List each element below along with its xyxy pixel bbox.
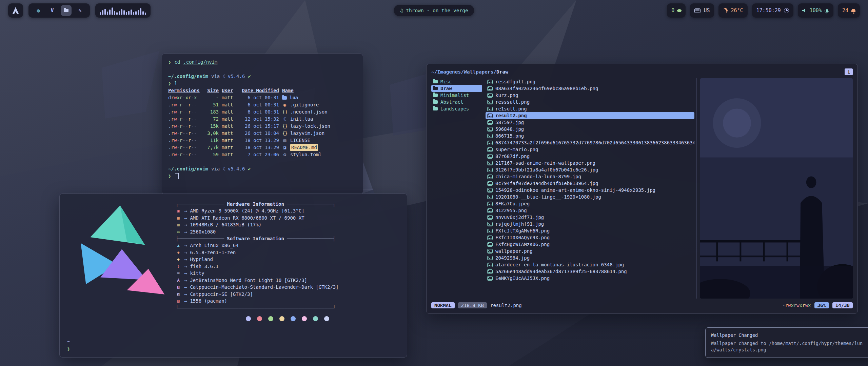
file-item[interactable]: result2.png [486,112,694,119]
volume-module[interactable]: 100% [798,3,833,18]
directory-item[interactable]: Draw [431,85,482,92]
file-item[interactable]: resssult.png [486,99,694,105]
directory-item[interactable]: Landscapes [431,105,482,112]
file-size: 59 [204,151,219,158]
file-name: .gitignore [290,101,319,108]
image-icon [487,147,493,152]
position-badge: 14/38 [832,302,853,308]
file-item[interactable]: 87r687df.png [486,153,694,160]
workspace-button[interactable] [75,5,85,16]
wm-icon [176,256,181,263]
command-arg: .config/nvim [183,59,217,66]
media-module[interactable]: thrown - on the verge [394,5,474,16]
info-row: fish 3.6.1 [176,263,399,270]
file-item[interactable]: 68747470733a2f2f696d616765732d7769786d70… [486,139,694,146]
file-date: 26 oct 10:04 [240,130,279,137]
file-item[interactable]: re1sult.png [486,105,694,112]
file-item[interactable]: chica-mirando-la-luna-8799.jpg [486,173,694,180]
terminal-window[interactable]: ❯ cd .config/nvim ~/.config/nvim via ☾ v… [162,54,363,195]
notifications-module[interactable]: 24 [838,3,860,18]
file-item[interactable]: 20492984.jpg [486,255,694,261]
image-icon [487,276,493,281]
image-icon [487,256,493,260]
file-permissions: .rw-r--r-- [168,130,201,137]
file-item[interactable]: 3122955.png [486,207,694,214]
image-icon [487,236,493,240]
file-item[interactable]: 0c794faf07de24a4db4d4fb1eb813964.jpg [486,180,694,187]
file-item[interactable]: 08a634fa02a32364f69ebc86a98eb1eb.png [486,85,694,92]
software-rows: Arch Linux x86_64 6.5.8-zen1-1-zen Hyprl… [176,242,399,305]
prompt-line[interactable]: ❯ [168,172,357,180]
file-name: atardecer-en-la-montanas-ilustracion-634… [495,262,624,267]
file-item[interactable]: FXfcHgcWIAMzs0G.png [486,241,694,248]
file-item[interactable]: 19201080-__blue-tinge__-1920×1080.jpg [486,194,694,200]
file-item[interactable]: 5a266e448add93deab367d87173e9f25-6837886… [486,268,694,275]
cwd: ~/.config/nvim [168,165,208,172]
file-item[interactable]: 587597.jpg [486,119,694,126]
file-name: 0c794faf07de24a4db4d4fb1eb813964.jpg [495,181,598,186]
info-row: 10948MiB / 64183MiB (17%) [176,221,399,228]
tab-badge[interactable]: 1 [845,68,853,75]
file-permissions: .rw-r--r-- [168,123,201,130]
file-date: 6 oct 00:31 [240,108,279,116]
directory-item[interactable]: Misc [431,78,482,85]
file-item[interactable]: 154928-odinokoe_anime-art-anime-okno-sin… [486,187,694,194]
file-row: drwxr-xr-x - matt 6 oct 00:31 lua [168,94,357,101]
file-item[interactable]: nnvuv0xj2df71.jpg [486,214,694,221]
file-name: 08a634fa02a32364f69ebc86a98eb1eb.png [495,86,598,91]
file-manager-window[interactable]: ~/Imagenes/Wallpapers/ Draw 1 Misc Draw … [426,64,858,314]
file-item[interactable]: rsjqojlmjhf91.jpg [486,221,694,227]
file-item[interactable]: atardecer-en-la-montanas-ilustracion-634… [486,261,694,268]
file-item[interactable]: 596848.jpg [486,126,694,133]
keyboard-layout: US [704,7,710,14]
shell-prompt[interactable]: ~ ❯ [67,338,73,352]
packages-icon [176,298,181,304]
clock-module[interactable]: 17:50:29 [752,3,793,18]
file-name: 19201080-__blue-tinge__-1920×1080.jpg [495,194,601,200]
workspace-button[interactable] [61,5,72,16]
file-item[interactable]: FXfcJlTXgAMvH6R.png [486,227,694,234]
file-size: 183 [204,108,219,116]
col-date-modified: Date Modified [240,87,279,94]
audio-visualizer-module[interactable] [95,3,151,18]
box-bottom: └───────────────────────────────────────… [176,305,399,311]
palette-dot [324,316,329,321]
file-name: EeNKYgIUcAAJ5JX.png [495,276,550,281]
file-permissions: .rw-r--r-- [168,101,201,108]
image-icon [487,100,493,104]
command: l [174,80,177,87]
file-item[interactable]: EeNKYgIUcAAJ5JX.png [486,275,694,282]
media-title: thrown - on the verge [406,8,468,13]
weather-module[interactable]: 26°C [718,3,747,18]
directory-item[interactable]: Abstract [431,99,482,105]
updates-module[interactable]: 0 [667,3,686,18]
file-name: README.md [290,144,318,151]
file-item[interactable]: 8FKa7Cu.jpeg [486,200,694,207]
workspace-button[interactable] [47,5,58,16]
file-item[interactable]: 3126f7e9bbf21a8a4af0b67b041c6e26.jpg [486,166,694,173]
file-item[interactable]: super-mario.png [486,146,694,153]
directory-name: Landscapes [440,106,469,111]
keyboard-layout-module[interactable]: US [690,3,714,18]
file-date: 18 oct 13:29 [240,144,279,151]
launcher-button[interactable] [8,3,23,18]
info-value: 6.5.8-zen1-1-zen [190,249,236,256]
workspace-button[interactable] [33,5,44,16]
file-item[interactable]: 866715.png [486,133,694,139]
file-row: .rw-r--r-- 11k matt 18 oct 13:29 LICENSE [168,137,357,144]
file-name: FXfcHgcWIAMzs0G.png [495,242,550,247]
file-name: 8FKa7Cu.jpeg [495,201,530,206]
system-info-window[interactable]: ┌────────────────Hardware Information───… [59,194,407,358]
file-name: LICENSE [290,137,310,144]
file-row: .rw-r--r-- 183 matt 6 oct 00:31 .neoconf… [168,108,357,116]
directory-item[interactable]: Minimalist [431,92,482,99]
file-item[interactable]: FXfcII0X0AQyn9X.png [486,234,694,241]
file-size: 7,7k [204,144,219,151]
palette-dot [291,316,296,321]
notification-popup[interactable]: Wallpaper Changed Wallpaper changed to /… [705,327,868,358]
file-item[interactable]: ressdfgult.png [486,78,694,85]
file-item[interactable]: 217167-sad-anime-rain-wallpaper.png [486,160,694,166]
file-name: result2.png [495,113,527,118]
file-item[interactable]: kurz.png [486,92,694,99]
file-item[interactable]: wallpaper.png [486,248,694,255]
